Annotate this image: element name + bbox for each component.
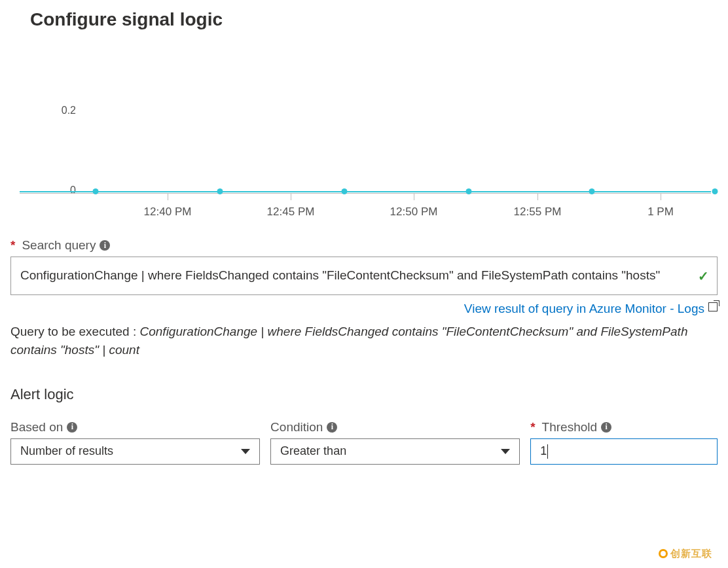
checkmark-icon: ✓	[698, 266, 709, 286]
threshold-label: * Threshold i	[530, 420, 718, 435]
condition-column: Condition i Greater than	[270, 420, 520, 465]
y-tick-0.2: 0.2	[56, 105, 76, 116]
required-indicator: *	[10, 238, 15, 253]
x-label: 12:55 PM	[514, 205, 562, 219]
search-query-value: ConfigurationChange | where FieldsChange…	[20, 268, 660, 282]
based-on-column: Based on i Number of results	[10, 420, 260, 465]
chart-point	[217, 188, 223, 194]
x-tick	[291, 194, 291, 200]
view-results-link[interactable]: View result of query in Azure Monitor - …	[464, 302, 718, 315]
x-label: 12:40 PM	[144, 205, 192, 219]
chart-point	[342, 188, 348, 194]
search-query-label: * Search query i	[10, 238, 718, 253]
threshold-column: * Threshold i 1	[530, 420, 718, 465]
chevron-down-icon	[501, 449, 510, 454]
chart-data-line	[20, 191, 711, 192]
chart-point	[712, 188, 718, 194]
x-tick	[168, 194, 168, 200]
x-tick	[661, 194, 661, 200]
x-label: 1 PM	[647, 205, 674, 219]
chart-point	[589, 188, 595, 194]
x-tick	[414, 194, 414, 200]
threshold-value: 1	[540, 444, 547, 458]
search-query-input[interactable]: ConfigurationChange | where FieldsChange…	[10, 257, 718, 295]
condition-value: Greater than	[280, 444, 346, 458]
alert-logic-row: Based on i Number of results Condition i…	[10, 420, 718, 465]
chart-point	[93, 188, 99, 194]
alert-logic-title: Alert logic	[10, 386, 718, 403]
external-link-icon	[708, 302, 718, 311]
chart-point	[466, 188, 472, 194]
page-title: Configure signal logic	[30, 9, 718, 30]
info-icon[interactable]: i	[100, 240, 110, 251]
info-icon[interactable]: i	[601, 422, 611, 433]
y-tick-0: 0	[56, 185, 76, 196]
based-on-select[interactable]: Number of results	[10, 438, 260, 465]
chevron-down-icon	[241, 449, 250, 454]
text-caret	[547, 444, 548, 459]
x-label: 12:45 PM	[267, 205, 315, 219]
info-icon[interactable]: i	[327, 422, 337, 433]
view-results-link-text: View result of query in Azure Monitor - …	[464, 302, 704, 315]
executed-query-text: Query to be executed : ConfigurationChan…	[10, 323, 718, 360]
required-indicator: *	[530, 420, 535, 435]
search-query-label-text: Search query	[22, 238, 96, 253]
x-axis-line	[20, 193, 711, 194]
threshold-input[interactable]: 1	[530, 438, 718, 465]
condition-label: Condition i	[270, 420, 520, 435]
info-icon[interactable]: i	[67, 422, 77, 433]
condition-select[interactable]: Greater than	[270, 438, 520, 465]
x-tick	[537, 194, 538, 200]
based-on-value: Number of results	[20, 444, 113, 458]
based-on-label: Based on i	[10, 420, 260, 435]
x-label: 12:50 PM	[390, 205, 438, 219]
results-chart: 0.2 0 12:40 PM 12:45 PM 12:50 PM 12:55 P…	[10, 42, 711, 212]
